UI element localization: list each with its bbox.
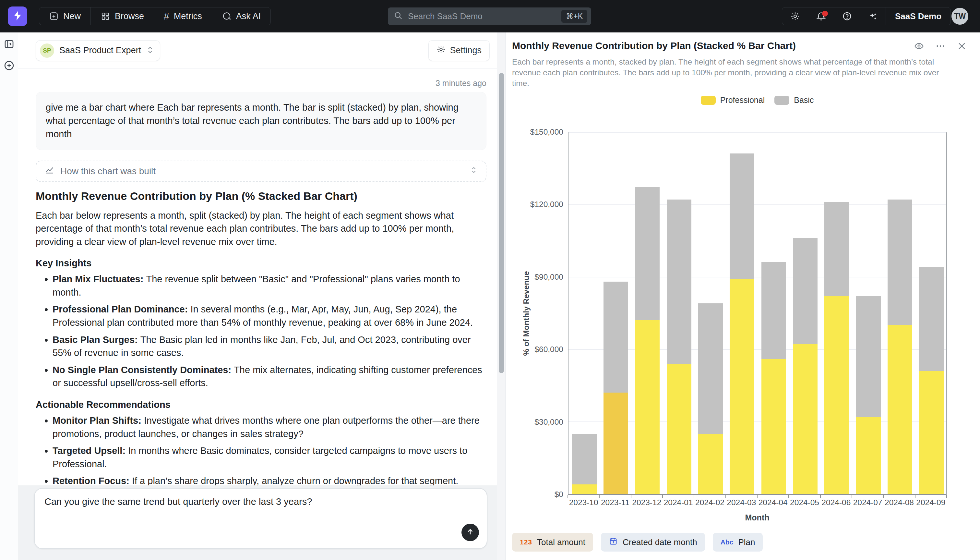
bar-slot [884, 132, 915, 494]
how-built-label: How this chart was built [60, 166, 156, 177]
toggle-sidebar-button[interactable] [3, 38, 16, 51]
new-thread-button[interactable] [3, 60, 16, 73]
bar-segment-basic-2024-06[interactable] [824, 202, 849, 296]
bar-segment-professional-2024-06[interactable] [824, 296, 849, 494]
agent-avatar: SP [40, 43, 54, 58]
bar-segment-basic-2024-05[interactable] [793, 238, 817, 345]
global-search[interactable]: ⌘+K [388, 7, 591, 25]
ai-sparkles-button[interactable] [860, 7, 886, 25]
chat-scrollbar[interactable] [497, 32, 505, 560]
metrics-button[interactable]: # Metrics [154, 7, 212, 25]
search-input[interactable] [408, 12, 561, 22]
search-shortcut-badge: ⌘+K [561, 10, 587, 23]
left-rail [0, 32, 18, 560]
lightning-bolt-icon [12, 10, 23, 22]
bar-segment-professional-2024-02[interactable] [698, 434, 723, 494]
new-button[interactable]: New [39, 7, 91, 25]
legend-item-professional[interactable]: Professional [701, 95, 765, 105]
x-axis-tick [883, 495, 884, 498]
user-avatar[interactable]: TW [952, 8, 968, 25]
bar-segment-professional-2023-10[interactable] [572, 484, 597, 494]
list-item-lead: Retention Focus: [53, 476, 132, 486]
chat-composer[interactable]: Can you give the same trend but quarterl… [34, 488, 487, 549]
bar-segment-professional-2024-09[interactable] [919, 371, 943, 494]
bar-segment-basic-2024-01[interactable] [667, 200, 691, 364]
legend-swatch [701, 96, 716, 105]
dimension-tag-created-date-month[interactable]: Created date month [601, 533, 705, 552]
artifact-actions [914, 42, 967, 52]
chart-description: Each bar represents a month, stacked by … [512, 57, 943, 88]
bar-segment-basic-2023-10[interactable] [572, 434, 597, 484]
legend-swatch [774, 96, 789, 105]
bar-segment-basic-2024-02[interactable] [698, 303, 723, 434]
list-item-lead: Plan Mix Fluctuates: [53, 274, 146, 284]
avatar-initials: TW [954, 12, 966, 21]
list-item-lead: Professional Plan Dominance: [53, 304, 190, 314]
settings-gear-button[interactable] [782, 7, 808, 25]
dimension-tag-plan[interactable]: Abc Plan [713, 533, 763, 552]
send-button[interactable] [462, 524, 479, 541]
bar-segment-basic-2023-12[interactable] [635, 187, 659, 320]
grid-icon [101, 12, 110, 21]
visibility-button[interactable] [914, 42, 924, 52]
x-axis-title: Month [568, 513, 947, 522]
metric-tag-total-amount[interactable]: 123 Total amount [512, 533, 593, 552]
app-logo[interactable] [8, 7, 27, 26]
sidebar-toggle-icon [3, 38, 15, 51]
how-chart-built-toggle[interactable]: How this chart was built [36, 161, 487, 182]
x-tick-label: 2024-02 [694, 498, 726, 507]
list-item-lead: Monitor Plan Shifts: [53, 415, 144, 426]
bar-segment-professional-2024-08[interactable] [888, 325, 912, 494]
x-axis-tick [694, 495, 694, 498]
y-axis-title: % of Monthly Revenue [522, 271, 531, 356]
abc-icon: Abc [721, 538, 734, 546]
message-timestamp: 3 minutes ago [36, 78, 487, 88]
bar-segment-professional-2023-11[interactable] [603, 393, 628, 494]
nav-label: Ask AI [236, 12, 261, 22]
y-tick-label: $90,000 [508, 273, 563, 282]
calendar-icon [609, 537, 618, 548]
agent-settings-button[interactable]: Settings [429, 40, 490, 61]
list-item-lead: Targeted Upsell: [53, 445, 128, 456]
chat-thread: 3 minutes ago give me a bar chart where … [18, 78, 505, 535]
plus-square-icon [49, 12, 59, 21]
list-item: Targeted Upsell: In months where Basic d… [53, 444, 487, 470]
bar-segment-basic-2024-04[interactable] [761, 262, 786, 359]
bar-segment-basic-2024-03[interactable] [730, 153, 754, 279]
bar-segment-basic-2024-07[interactable] [856, 296, 881, 417]
list-item: Monitor Plan Shifts: Investigate what dr… [53, 414, 487, 440]
bar-segment-professional-2024-05[interactable] [793, 344, 817, 494]
bar-segment-professional-2024-03[interactable] [730, 279, 754, 494]
bar-segment-professional-2024-04[interactable] [761, 359, 786, 494]
legend-item-basic[interactable]: Basic [774, 95, 814, 105]
bar-segment-basic-2023-11[interactable] [603, 282, 628, 393]
list-item-lead: No Single Plan Consistently Dominates: [53, 365, 234, 375]
chat-input[interactable]: Can you give the same trend but quarterl… [35, 488, 487, 527]
bar-segment-basic-2024-09[interactable] [919, 267, 943, 371]
composer-area: Can you give the same trend but quarterl… [18, 485, 505, 560]
chat-star-icon [222, 12, 231, 21]
response-title: Monthly Revenue Contribution by Plan (% … [36, 190, 487, 202]
help-button[interactable] [834, 7, 860, 25]
bar-segment-professional-2024-07[interactable] [856, 417, 881, 494]
y-tick-label: $30,000 [508, 418, 563, 427]
ask-ai-button[interactable]: Ask AI [212, 7, 271, 25]
more-options-button[interactable] [935, 42, 946, 52]
tag-label: Created date month [623, 537, 697, 547]
notifications-button[interactable] [808, 7, 834, 25]
question-circle-icon [842, 12, 852, 21]
bar-segment-professional-2024-01[interactable] [667, 364, 691, 494]
x-tick-label: 2024-07 [852, 498, 884, 507]
browse-button[interactable]: Browse [91, 7, 154, 25]
x-axis-tick [757, 495, 757, 498]
x-axis-tick [726, 495, 726, 498]
close-artifact-button[interactable] [957, 42, 967, 52]
y-tick-label: $150,000 [508, 128, 563, 137]
agent-selector[interactable]: SP SaaS Product Expert [36, 40, 160, 61]
bar-segment-professional-2023-12[interactable] [635, 320, 659, 494]
bar-segment-basic-2024-08[interactable] [888, 200, 912, 325]
key-insights-list: Plan Mix Fluctuates: The revenue split b… [36, 273, 487, 390]
scrollbar-thumb[interactable] [499, 73, 504, 373]
y-tick-label: $60,000 [508, 345, 563, 354]
workspace-button[interactable]: SaaS Demo [886, 7, 950, 25]
